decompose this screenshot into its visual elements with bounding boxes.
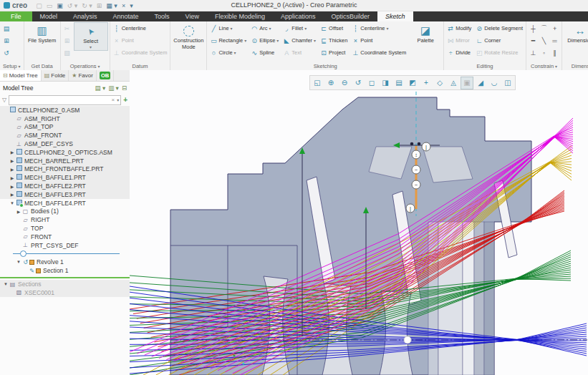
expander-icon[interactable]: ▶ [9,158,15,163]
corner-button[interactable]: ∟Corner [474,34,524,47]
circle-button[interactable]: ○Circle▾ [208,47,248,59]
palette-button[interactable]: ◪Palette [409,22,442,44]
overlapping-geometry-button[interactable]: ◫ [501,77,514,89]
windows-button[interactable]: ▦ ▾ [105,1,119,10]
highlight-open-ends-button[interactable]: ◡ [488,77,501,89]
filter-clear-icon[interactable]: × [111,97,115,103]
tree-item-asm-top[interactable]: ▱ASM_TOP [0,123,130,132]
vertical-constraint-button[interactable]: ┼ [528,22,539,34]
chamfer-dropdown-icon[interactable]: ▾ [314,38,316,43]
zoom-out-button[interactable]: ⊖ [338,77,351,89]
offset-button[interactable]: ⊏Offset [319,22,349,34]
datum-display-button[interactable]: + [420,77,433,89]
tree-filter-input[interactable]: × ▾ [9,95,121,105]
centerline-dropdown-icon[interactable]: ▾ [387,26,389,31]
midpoint-constraint-button[interactable]: + [549,22,560,34]
expander-icon[interactable]: ▶ [9,150,15,155]
undo-button[interactable]: ↺ ▾ [66,1,79,10]
line-dropdown-icon[interactable]: ▾ [231,26,233,31]
tree-item-right[interactable]: ▱RIGHT [0,215,130,224]
expander-icon[interactable]: ▶ [9,175,15,180]
tree-item-cellphone2-0-asm[interactable]: CELLPHONE2_0.ASM [0,106,130,115]
tab-opticsbuilder[interactable]: OpticsBuilder [324,11,378,21]
tab-file[interactable]: File [0,11,32,21]
file-system-button[interactable]: ▥File System [26,22,59,44]
tree-item-section-1[interactable]: ✎Section 1 [0,266,130,275]
open-button[interactable]: ▭ [45,1,54,10]
tab-tools[interactable]: Tools [147,11,178,21]
delete-segment-button[interactable]: ⊘Delete Segment [474,22,524,34]
thicken-button[interactable]: ⊑Thicken [319,34,349,47]
dimension-button[interactable]: ↔Dimension [564,22,588,44]
save-button[interactable]: ▣ [55,1,64,10]
tree-item-mech-baffle2-prt[interactable]: ▶MECH_BAFFLE2.PRT [0,182,130,190]
tree-item-asm-front[interactable]: ▱ASM_FRONT [0,131,130,140]
insert-here-indicator[interactable] [0,250,130,258]
expander-icon[interactable]: ▶ [9,184,15,189]
capture-button[interactable]: ◩ [406,77,419,89]
redo-button[interactable]: ↻ ▾ [80,1,94,10]
circle-dropdown-icon[interactable]: ▾ [234,50,236,55]
tree-item-asm-def-csys[interactable]: ⊥ASM_DEF_CSYS [0,140,130,148]
ellipse-button[interactable]: ⊙Ellipse▾ [249,34,280,47]
expander-icon[interactable]: ▼ [3,282,9,286]
arc-dropdown-icon[interactable]: ▾ [269,26,271,31]
select-dropdown-icon[interactable]: ▾ [90,45,92,50]
project-button[interactable]: ⊡Project [319,47,349,59]
centerline-button[interactable]: ┆Centerline▾ [350,22,408,34]
tree-item-mech-baffle4-prt[interactable]: ▼MECH_BAFFLE4.PRT [0,199,130,208]
modify-button[interactable]: ⇄Modify [445,22,473,34]
constrain-group-dropdown-icon[interactable]: ▾ [555,64,557,69]
rectangle-button[interactable]: ▭Rectangle▾ [208,34,248,47]
construction-mode-button[interactable]: Construction Mode [172,22,205,50]
filter-add-button[interactable]: + [123,96,127,104]
tab-applications[interactable]: Applications [273,11,324,21]
coordinate-system-button[interactable]: ⊥Coordinate System [350,47,408,59]
horizontal-constraint-button[interactable]: ━ [528,34,539,47]
tree-item-mech-baffle3-prt[interactable]: ▶MECH_BAFFLE3.PRT [0,190,130,199]
panel-tab-opticsbuilder[interactable]: OB [97,70,114,81]
chamfer-button[interactable]: ◣Chamfer▾ [281,34,317,47]
new-button[interactable]: ▢ [34,1,44,10]
perpendicular-constraint-button[interactable]: ⊥ [528,47,539,59]
fillet-button[interactable]: ◞Fillet▾ [281,22,317,34]
spline-button[interactable]: ∿Spline [249,47,280,59]
operations-group-dropdown-icon[interactable]: ▾ [97,64,100,69]
sketch-orientation-button[interactable]: ◢ [474,77,487,89]
tree-item-revolve-1[interactable]: ▼↺Revolve 1 [0,258,130,267]
sketch-setup-button[interactable]: ▤ [1,22,11,34]
spin-center-button[interactable]: ◇ [433,77,446,89]
panel-tab-model-tree[interactable]: ⊟Model Tree [0,70,42,81]
setup-group-dropdown-icon[interactable]: ▾ [19,64,21,69]
tree-item-prt-csys-def[interactable]: ⊥PRT_CSYS_DEF [0,241,130,250]
ellipse-dropdown-icon[interactable]: ▾ [276,38,279,43]
refit-button[interactable]: ◱ [311,77,324,89]
sketch-orientation-button[interactable]: ↺ [1,47,11,59]
panel-tab-favorites[interactable]: ★Favor [69,70,97,81]
sketch-view-button[interactable]: ▣ [461,77,473,89]
tree-item-mech-baffle1-prt[interactable]: ▶MECH_BAFFLE1.PRT [0,173,130,182]
display-style-button[interactable]: ◻ [365,77,378,89]
centerline-datum-button[interactable]: ┆Centerline [112,22,169,34]
expander-icon[interactable]: ▼ [16,260,21,264]
tree-item-asm-right[interactable]: ▱ASM_RIGHT [0,115,130,123]
graphics-canvas[interactable]: ◱⊕⊖↺◻◨▤◩+◇◬▣◢◡◫ ↕−−|| [130,70,588,375]
tree-item-cellphone2-0-optics-asm[interactable]: ▶CELLPHONE2_0_OPTICS.ASM [0,148,130,157]
view-manager-button[interactable]: ▤ [392,77,405,89]
tab-analysis[interactable]: Analysis [65,11,105,21]
import-section-button[interactable]: ⊞ [1,34,11,47]
tab-flexible-modeling[interactable]: Flexible Modeling [207,11,273,21]
coincident-constraint-button[interactable]: ◦ [539,47,549,59]
tree-item-xsec0001[interactable]: ▧XSEC0001 [0,288,130,297]
equal-constraint-button[interactable]: ═ [549,34,560,47]
arc-button[interactable]: ◠Arc▾ [249,22,280,34]
tree-item-front[interactable]: ▱FRONT [0,233,130,241]
tree-item-mech-frontbaffle-prt[interactable]: ▶MECH_FRONTBAFFLE.PRT [0,165,130,174]
tree-item-sections[interactable]: ▼▤Sections [0,280,130,288]
tree-item-mech-barrel-prt[interactable]: ▶MECH_BARREL.PRT [0,157,130,165]
tree-show-button[interactable]: ▥ ▾ [108,84,119,92]
model-view[interactable]: ↕−−|| [130,70,588,375]
expander-icon[interactable]: ▶ [9,167,15,172]
insert-locator-icon[interactable] [20,250,26,257]
fillet-dropdown-icon[interactable]: ▾ [304,26,307,31]
